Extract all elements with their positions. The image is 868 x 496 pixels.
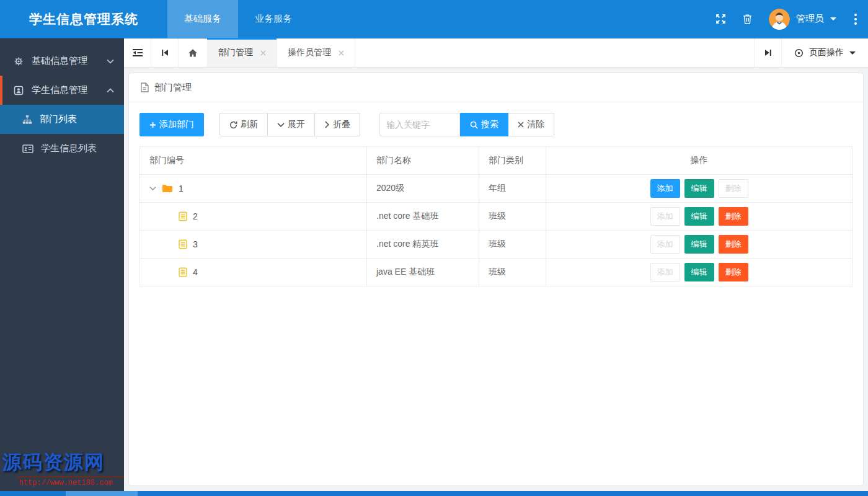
clear-cache-trash-icon[interactable] — [743, 14, 752, 24]
tab-label: 操作员管理 — [288, 47, 331, 58]
x-icon — [518, 122, 524, 128]
scroll-tabs-left-button[interactable] — [151, 38, 179, 67]
row-edit-button[interactable]: 编辑 — [684, 235, 714, 254]
sidebar-item-label: 学生信息管理 — [32, 84, 87, 96]
row-edit-button[interactable]: 编辑 — [684, 263, 714, 281]
document-icon — [140, 82, 149, 92]
dept-name: .net core 基础班 — [367, 203, 479, 231]
column-header-actions: 操作 — [546, 147, 852, 175]
row-edit-button[interactable]: 编辑 — [684, 207, 714, 226]
add-department-button[interactable]: 添加部门 — [140, 113, 204, 136]
tab-home[interactable] — [179, 38, 208, 67]
target-icon — [794, 48, 804, 58]
clear-button[interactable]: 清除 — [508, 113, 554, 136]
tab-operator-management[interactable]: 操作员管理 — [277, 38, 355, 67]
row-add-button-disabled: 添加 — [650, 207, 680, 226]
tabbar-spacer — [355, 38, 754, 67]
header-nav: 基础服务 业务服务 — [167, 0, 309, 38]
chevron-down-icon — [277, 122, 285, 128]
sidebar-item-department-list[interactable]: 部门列表 — [0, 105, 124, 134]
refresh-button[interactable]: 刷新 — [219, 113, 268, 136]
file-list-icon — [179, 211, 187, 221]
dept-category: 班级 — [479, 231, 546, 259]
collapse-label: 折叠 — [333, 119, 350, 130]
nav-tab-business-services[interactable]: 业务服务 — [238, 0, 309, 38]
row-add-button[interactable]: 添加 — [650, 179, 680, 198]
watermark-divider — [17, 476, 129, 477]
more-dots-icon[interactable] — [853, 12, 858, 26]
bottom-scrollbar[interactable] — [0, 491, 868, 496]
department-card: 部门管理 添加部门 刷新 展开 — [128, 73, 864, 486]
fullscreen-icon[interactable] — [715, 14, 726, 24]
chevron-down-icon — [849, 51, 856, 58]
dept-id: 3 — [193, 239, 198, 249]
keyword-input[interactable] — [379, 113, 460, 136]
card-header: 部门管理 — [129, 73, 863, 102]
nav-tab-basic-services[interactable]: 基础服务 — [167, 0, 238, 38]
tab-department-management[interactable]: 部门管理 — [208, 38, 277, 67]
row-delete-button[interactable]: 删除 — [719, 263, 748, 281]
search-box: 搜索 清除 — [379, 113, 554, 136]
chevron-right-icon — [324, 121, 330, 128]
collapse-all-button[interactable]: 折叠 — [315, 113, 360, 136]
department-table: 部门编号 部门名称 部门类别 操作 — [140, 146, 852, 286]
dept-category: 班级 — [479, 203, 546, 231]
dept-category: 班级 — [479, 259, 546, 286]
home-icon — [188, 48, 198, 58]
table-row: 1 2020级 年组 添加 编辑 删除 — [140, 175, 852, 203]
tree-actions-group: 刷新 展开 折叠 — [219, 113, 360, 136]
scrollbar-thumb[interactable] — [66, 491, 138, 496]
row-add-button-disabled: 添加 — [650, 263, 680, 281]
sidebar-item-label: 基础信息管理 — [32, 55, 87, 67]
refresh-label: 刷新 — [241, 119, 258, 130]
row-delete-button[interactable]: 删除 — [719, 235, 748, 254]
watermark: 源码资源网 http://www.net188.com — [0, 450, 131, 487]
sidebar-item-student-info-list[interactable]: 学生信息列表 — [0, 134, 124, 163]
tree-collapse-icon[interactable] — [149, 186, 156, 191]
page-actions-dropdown[interactable]: 页面操作 — [781, 38, 868, 67]
row-delete-button[interactable]: 删除 — [719, 207, 748, 226]
close-icon[interactable] — [260, 50, 266, 56]
close-icon[interactable] — [339, 50, 344, 56]
sidebar-item-student-info[interactable]: 学生信息管理 — [0, 76, 124, 105]
scroll-tabs-right-button[interactable] — [754, 38, 781, 67]
sidebar-item-basic-info[interactable]: 基础信息管理 — [0, 46, 124, 76]
sitemap-icon — [22, 115, 32, 125]
header-right: 管理员 — [715, 0, 868, 38]
dept-name: .net core 精英班 — [367, 231, 479, 259]
expand-label: 展开 — [288, 119, 305, 130]
table-row: 4 java EE 基础班 班级 添加 编辑 删除 — [140, 259, 852, 286]
dept-id: 4 — [193, 267, 198, 277]
chevron-down-icon — [830, 17, 836, 24]
card-body: 添加部门 刷新 展开 折叠 — [129, 102, 863, 297]
column-header-dept-category: 部门类别 — [479, 147, 546, 175]
gear-icon — [14, 56, 24, 66]
sidebar-item-label: 部门列表 — [40, 113, 77, 125]
file-list-icon — [179, 239, 187, 249]
id-card-icon — [22, 144, 33, 153]
column-header-dept-id: 部门编号 — [140, 147, 367, 175]
dept-category: 年组 — [479, 175, 546, 203]
sidebar: 基础信息管理 学生信息管理 部门列表 学生信息列表 — [0, 38, 124, 491]
search-label: 搜索 — [481, 119, 498, 130]
main-content: 部门管理 添加部门 刷新 展开 — [124, 68, 868, 491]
sidebar-menu: 基础信息管理 学生信息管理 部门列表 学生信息列表 — [0, 38, 124, 163]
watermark-url: http://www.net188.com — [0, 479, 131, 487]
user-menu[interactable]: 管理员 — [769, 9, 836, 30]
expand-all-button[interactable]: 展开 — [268, 113, 315, 136]
page-title: 部门管理 — [154, 82, 192, 94]
folder-icon — [162, 184, 173, 193]
page-tabbar: 部门管理 操作员管理 页面操作 — [124, 38, 868, 68]
tab-label: 部门管理 — [218, 47, 253, 58]
row-delete-button-disabled: 删除 — [719, 179, 748, 198]
collapse-sidebar-button[interactable] — [124, 38, 151, 67]
watermark-title: 源码资源网 — [0, 450, 131, 476]
app-header: 学生信息管理系统 基础服务 业务服务 管理员 — [0, 0, 868, 38]
table-header-row: 部门编号 部门名称 部门类别 操作 — [140, 147, 852, 175]
search-icon — [470, 121, 478, 129]
row-edit-button[interactable]: 编辑 — [684, 179, 714, 198]
avatar — [769, 9, 790, 30]
search-button[interactable]: 搜索 — [460, 113, 508, 136]
dept-name: java EE 基础班 — [367, 259, 479, 286]
nav-tab-label: 业务服务 — [255, 13, 292, 25]
